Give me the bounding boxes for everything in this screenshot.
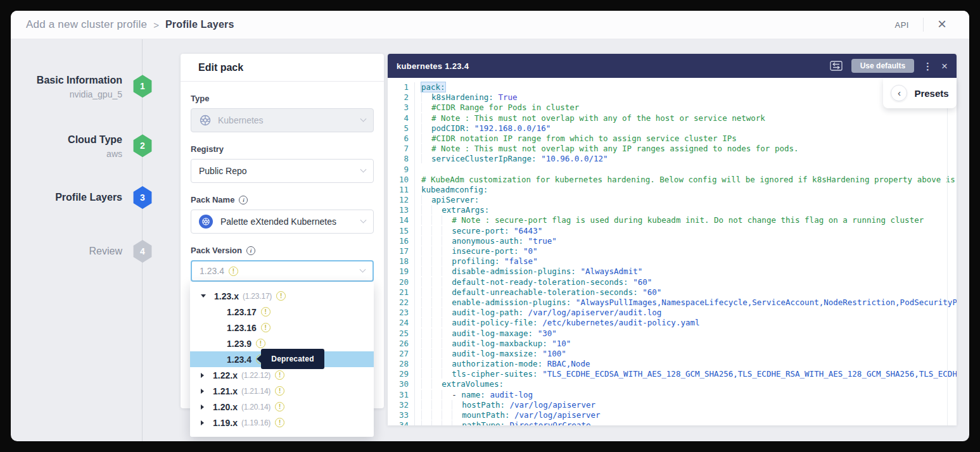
- type-select: Kubernetes: [191, 108, 374, 132]
- line-number: 32: [388, 400, 414, 410]
- close-icon[interactable]: ×: [938, 16, 954, 33]
- line-number: 9: [388, 165, 414, 175]
- kubernetes-logo-icon: [199, 215, 213, 229]
- version-option-label: 1.23.16: [227, 323, 257, 333]
- code-line: 22 enable-admission-plugins: "AlwaysPull…: [388, 298, 957, 308]
- code-line: 21 default-unreachable-toleration-second…: [388, 287, 957, 298]
- version-option-1-23-17[interactable]: 1.23.17!: [190, 304, 374, 320]
- version-option-1-21-x[interactable]: 1.21.x(1.21.14)!: [190, 383, 374, 399]
- code-line: 16 anonymous-auth: "true": [388, 236, 957, 246]
- line-number: 18: [388, 256, 414, 267]
- kubernetes-wheel-icon: [199, 114, 212, 127]
- caret-collapsed-icon[interactable]: [201, 389, 204, 394]
- breadcrumb-current: Profile Layers: [165, 19, 234, 30]
- step-labels: Cloud Typeaws: [68, 133, 122, 159]
- registry-label: Registry: [191, 144, 374, 154]
- line-number: 12: [388, 195, 414, 205]
- warning-icon: !: [275, 418, 284, 427]
- line-number: 24: [388, 318, 414, 328]
- code-line: 2 k8sHardening: True: [388, 92, 957, 103]
- warning-icon: !: [276, 291, 286, 301]
- version-option-1-23-4[interactable]: 1.23.4!Deprecated: [190, 351, 374, 367]
- code-line: 19 disable-admission-plugins: "AlwaysAdm…: [388, 267, 957, 277]
- version-option-latest: (1.22.12): [241, 371, 270, 380]
- info-icon[interactable]: i: [246, 246, 255, 255]
- step-title: Review: [89, 244, 122, 258]
- version-option-1-23-x[interactable]: 1.23.x(1.23.17)!: [190, 288, 374, 304]
- editor-close-icon[interactable]: ×: [941, 61, 948, 72]
- step-labels: Basic Informationnvidia_gpu_5: [37, 73, 122, 99]
- pack-version-value: 1.23.4: [200, 266, 224, 276]
- warning-icon: !: [275, 370, 284, 380]
- code-line: 15 secure-port: "6443": [388, 226, 957, 236]
- step-number-badge: 3: [132, 186, 153, 209]
- version-option-1-22-x[interactable]: 1.22.x(1.22.12)!: [190, 367, 374, 383]
- breadcrumb-parent[interactable]: Add a new cluster profile: [26, 18, 147, 31]
- chevron-down-icon: [360, 166, 367, 172]
- step-labels: Profile Layers: [55, 191, 122, 204]
- line-number: 20: [388, 277, 414, 287]
- stepper-step-review[interactable]: Review4: [25, 240, 153, 263]
- warning-icon: !: [275, 402, 284, 411]
- registry-select[interactable]: Public Repo: [191, 159, 374, 183]
- code-line: 25 audit-log-maxage: "30": [388, 329, 957, 339]
- pack-version-dropdown: 1.23.x(1.23.17)!1.23.17!1.23.16!1.23.9!1…: [190, 282, 374, 437]
- line-number: 5: [388, 123, 414, 134]
- version-option-label: 1.20.x: [213, 402, 238, 412]
- version-option-1-23-16[interactable]: 1.23.16!: [190, 320, 374, 336]
- line-number: 7: [388, 144, 414, 154]
- version-option-latest: (1.20.14): [241, 403, 270, 411]
- app-window: Add a new cluster profile > Profile Laye…: [11, 11, 969, 441]
- code-line: 27 audit-log-maxsize: "100": [388, 349, 957, 359]
- presets-collapse-icon[interactable]: ‹: [891, 85, 907, 101]
- line-number: 11: [388, 185, 414, 195]
- code-area[interactable]: 1pack:2 k8sHardening: True3 #CIDR Range …: [388, 78, 957, 425]
- caret-expanded-icon[interactable]: [201, 294, 206, 298]
- line-number: 13: [388, 205, 414, 215]
- code-line: 12 apiServer:: [388, 195, 957, 205]
- code-line: 20 default-not-ready-toleration-seconds:…: [388, 277, 957, 287]
- chevron-down-icon: [360, 115, 367, 122]
- line-number: 26: [388, 339, 414, 349]
- kebab-menu-icon[interactable]: ⋮: [923, 61, 932, 71]
- version-option-1-20-x[interactable]: 1.20.x(1.20.14)!: [190, 399, 374, 415]
- info-icon[interactable]: i: [239, 196, 248, 204]
- caret-collapsed-icon[interactable]: [201, 373, 204, 378]
- stepper-step-cloud-type[interactable]: Cloud Typeaws2: [25, 133, 153, 159]
- step-number-badge: 1: [132, 75, 153, 97]
- code-line: 29 tls-cipher-suites: "TLS_ECDHE_ECDSA_W…: [388, 369, 957, 379]
- line-number: 15: [388, 226, 414, 236]
- api-link[interactable]: API: [895, 20, 909, 30]
- stepper-step-profile-layers[interactable]: Profile Layers3: [25, 186, 153, 209]
- line-number: 17: [388, 246, 414, 256]
- line-number: 27: [388, 349, 414, 359]
- code-line: 24 audit-policy-file: /etc/kubernetes/au…: [388, 318, 957, 328]
- editor-scrollbar[interactable]: [947, 78, 948, 425]
- code-line: 14 # Note : secure-port flag is used dur…: [388, 215, 957, 225]
- caret-collapsed-icon[interactable]: [201, 405, 204, 410]
- line-number: 8: [388, 154, 414, 164]
- caret-collapsed-icon[interactable]: [201, 420, 204, 425]
- chevron-down-icon: [360, 266, 366, 272]
- step-number-badge: 4: [132, 240, 153, 263]
- line-number: 34: [388, 420, 414, 425]
- pack-values-editor: kubernetes 1.23.4 Use defaults ⋮ × 1pack…: [388, 54, 957, 425]
- code-line: 34 pathType: DirectoryOrCreate: [388, 420, 957, 425]
- pack-version-select[interactable]: 1.23.4 !: [191, 260, 374, 282]
- pack-name-select[interactable]: Palette eXtended Kubernetes: [191, 210, 374, 234]
- line-number: 30: [388, 379, 414, 389]
- diff-view-icon[interactable]: [830, 61, 843, 71]
- line-number: 31: [388, 390, 414, 400]
- version-option-latest: (1.21.14): [241, 387, 270, 396]
- line-number: 22: [388, 298, 414, 308]
- version-option-label: 1.23.17: [227, 307, 257, 317]
- stepper-step-basic-information[interactable]: Basic Informationnvidia_gpu_51: [25, 73, 153, 99]
- version-option-1-19-x[interactable]: 1.19.x(1.19.16)!: [190, 415, 374, 430]
- code-line: 8 serviceClusterIpRange: "10.96.0.0/12": [388, 154, 957, 164]
- use-defaults-button[interactable]: Use defaults: [851, 59, 914, 73]
- warning-icon: !: [261, 307, 270, 317]
- line-number: 6: [388, 134, 414, 144]
- code-line: 5 podCIDR: "192.168.0.0/16": [388, 123, 957, 134]
- type-label: Type: [191, 94, 374, 103]
- chevron-down-icon: [360, 217, 367, 223]
